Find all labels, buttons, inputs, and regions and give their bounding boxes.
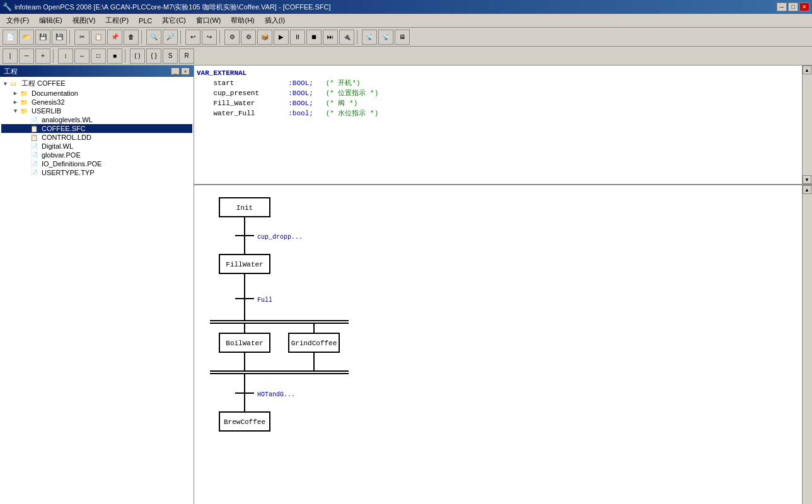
menu-item-plc[interactable]: PLC [134, 16, 157, 26]
tree-expand-icon[interactable]: ► [13, 90, 20, 96]
sfc-scroll-up[interactable]: ▲ [803, 185, 811, 194]
toolbar-secondary: | ─ + ↕ ↔ □ ■ ( ) { } S R [0, 47, 812, 66]
svg-text:Init: Init [236, 204, 253, 212]
tb-copy[interactable]: 📋 [91, 30, 106, 45]
tree-expand-icon[interactable]: ► [13, 99, 20, 105]
tb-redo[interactable]: ↪ [202, 30, 217, 45]
tb-stop[interactable]: ⏹ [306, 30, 322, 45]
tb2-9[interactable]: { } [146, 49, 161, 64]
tb-cut[interactable]: ✂ [74, 30, 90, 45]
minimize-button[interactable]: ─ [777, 3, 787, 11]
titlebar-title: infoteam OpenPCS 2008 [E:\A GCAN-PLCCore… [14, 3, 330, 12]
project-tree-item[interactable]: 📄globvar.POE [1, 151, 192, 159]
menu-item-other[interactable]: 其它(C) [157, 14, 190, 26]
sfc-editor: Initcup_dropp...FillWaterFullBoilWaterGr… [194, 185, 812, 504]
tree-file-icon: 📁 [20, 108, 30, 115]
tb-connect[interactable]: 🔌 [339, 30, 354, 45]
toolbar-main: 📄 📂 💾 💾 ✂ 📋 📌 🗑 🔍 🔎 ↩ ↪ ⚙ ⚙ 📦 ▶ ⏸ ⏹ ⏭ 🔌 … [0, 28, 812, 47]
tb2-2[interactable]: ─ [19, 49, 34, 64]
tb-save2[interactable]: 💾 [52, 30, 67, 45]
tb2-4[interactable]: ↕ [58, 49, 73, 64]
maximize-button[interactable]: □ [788, 3, 798, 11]
tb-run[interactable]: ▶ [274, 30, 289, 45]
tb2-6[interactable]: □ [91, 49, 106, 64]
svg-text:FillWater: FillWater [226, 261, 263, 268]
tree-item-label: USERLIB [32, 107, 61, 115]
tb2-5[interactable]: ↔ [74, 49, 90, 64]
tb-open[interactable]: 📂 [19, 30, 34, 45]
tree-expand-icon[interactable]: ▼ [13, 108, 20, 114]
project-tree-item[interactable]: 📄analoglevels.WL [1, 115, 192, 124]
menu-item-view[interactable]: 视图(V) [67, 14, 101, 26]
right-panel: VAR_EXTERNAL start :BOOL; (* 开机*) cup_pr… [194, 66, 812, 504]
tb-search[interactable]: 🔍 [146, 30, 161, 45]
sfc-diagram-area[interactable]: Initcup_dropp...FillWaterFullBoilWaterGr… [194, 185, 802, 504]
sfc-scroll-track [803, 194, 812, 504]
tb2-10[interactable]: S [163, 49, 178, 64]
sfc-container: Initcup_dropp...FillWaterFullBoilWaterGr… [207, 185, 585, 504]
project-tree-item[interactable]: 📄USERTYPE.TYP [1, 168, 192, 177]
tree-item-label: USERTYPE.TYP [42, 169, 95, 176]
sfc-svg: Initcup_dropp...FillWaterFullBoilWaterGr… [207, 185, 585, 504]
tb2-11[interactable]: R [179, 49, 194, 64]
close-button[interactable]: ✕ [799, 3, 809, 11]
code-line: start :BOOL; (* 开机*) [197, 78, 799, 88]
project-tree[interactable]: ▼🗂工程 COFFEE►📁Documentation►📁Genesis32▼📁U… [0, 77, 194, 504]
tb2-3[interactable]: + [35, 49, 50, 64]
code-area[interactable]: VAR_EXTERNAL start :BOOL; (* 开机*) cup_pr… [194, 66, 802, 184]
tree-item-label: Digital.WL [42, 142, 73, 150]
tb-plc2[interactable]: 📡 [378, 30, 393, 45]
menu-item-help[interactable]: 帮助(H) [226, 14, 259, 26]
scroll-down[interactable]: ▼ [803, 175, 811, 184]
code-scrollbar-v[interactable]: ▲ ▼ [802, 66, 812, 184]
svg-text:BoilWater: BoilWater [226, 340, 263, 347]
tb-plc1[interactable]: 📡 [362, 30, 377, 45]
tb-search2[interactable]: 🔎 [163, 30, 178, 45]
scroll-track-v [803, 74, 812, 175]
menu-item-window[interactable]: 窗口(W) [191, 14, 226, 26]
tree-item-label: 工程 COFFEE [21, 79, 66, 88]
scroll-up[interactable]: ▲ [803, 66, 811, 74]
tree-item-label: COFFEE.SFC [42, 125, 86, 132]
menu-item-insert[interactable]: 插入(I) [260, 14, 290, 26]
tb-step[interactable]: ⏭ [323, 30, 338, 45]
tb-compile2[interactable]: ⚙ [241, 30, 256, 45]
tb-pause[interactable]: ⏸ [290, 30, 305, 45]
tb-delete[interactable]: 🗑 [124, 30, 139, 45]
svg-text:Full: Full [257, 297, 272, 304]
menu-item-file[interactable]: 文件(F) [1, 14, 34, 26]
tree-file-icon: 📁 [20, 99, 30, 106]
project-tree-item[interactable]: 📄IO_Definitions.POE [1, 159, 192, 168]
tb-new[interactable]: 📄 [3, 30, 18, 45]
tree-expand-icon[interactable]: ▼ [3, 81, 10, 87]
tb-paste[interactable]: 📌 [107, 30, 122, 45]
titlebar-left: 🔧 infoteam OpenPCS 2008 [E:\A GCAN-PLCCo… [3, 3, 330, 12]
project-tree-item[interactable]: 📋CONTROL.LDD [1, 133, 192, 142]
menu-item-edit[interactable]: 编辑(E) [34, 14, 67, 26]
project-tree-item[interactable]: ▼🗂工程 COFFEE [1, 78, 192, 89]
tb2-8[interactable]: ( ) [130, 49, 145, 64]
project-tree-item[interactable]: 📄Digital.WL [1, 142, 192, 151]
tree-file-icon: 📋 [30, 134, 40, 141]
panel-minimize[interactable]: _ [171, 67, 180, 75]
menu-item-project[interactable]: 工程(P) [100, 14, 134, 26]
titlebar-controls[interactable]: ─ □ ✕ [777, 3, 809, 11]
project-panel-header: 工程 _ × [0, 66, 194, 77]
tb-compile3[interactable]: 📦 [257, 30, 272, 45]
tb-plc3[interactable]: 🖥 [395, 30, 410, 45]
tb-undo[interactable]: ↩ [185, 30, 200, 45]
tree-item-label: analoglevels.WL [42, 116, 93, 123]
tb-compile[interactable]: ⚙ [224, 30, 240, 45]
sfc-scrollbar-v[interactable]: ▲ ▼ [802, 185, 812, 504]
tb2-1[interactable]: | [3, 49, 18, 64]
panel-close[interactable]: × [181, 67, 190, 75]
svg-text:GrindCoffee: GrindCoffee [291, 340, 337, 347]
project-tree-item[interactable]: 📋COFFEE.SFC [1, 124, 192, 133]
tb-save[interactable]: 💾 [35, 30, 50, 45]
code-line: Fill_Water :BOOL; (* 阀 *) [197, 98, 799, 108]
tree-file-icon: 📄 [30, 169, 40, 176]
tb2-7[interactable]: ■ [107, 49, 122, 64]
project-tree-item[interactable]: ▼📁USERLIB [1, 106, 192, 115]
project-tree-item[interactable]: ►📁Genesis32 [1, 98, 192, 106]
project-tree-item[interactable]: ►📁Documentation [1, 89, 192, 98]
